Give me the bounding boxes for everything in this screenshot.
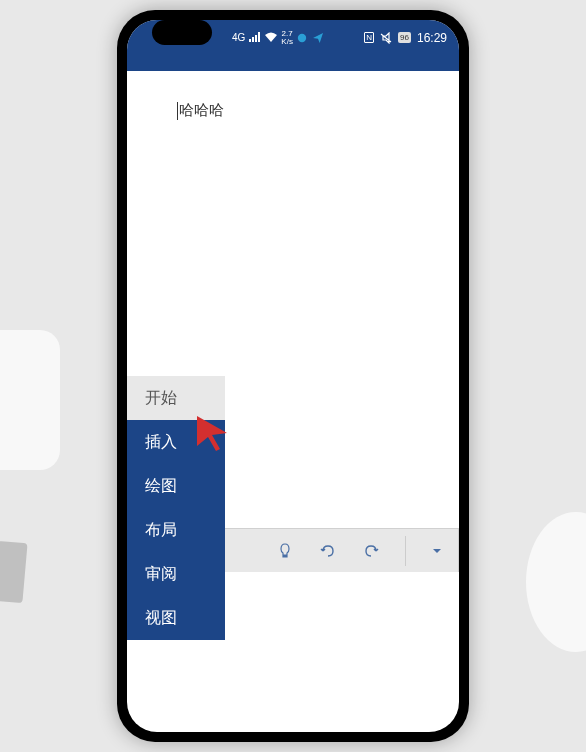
menu-label: 视图 (145, 608, 177, 629)
nfc-icon: N (364, 32, 374, 43)
wifi-icon (265, 32, 277, 44)
phone-frame: 4G 2.7 K/s N (117, 10, 469, 742)
data-speed: 2.7 K/s (281, 30, 293, 46)
document-text[interactable]: 哈哈哈 (179, 101, 224, 118)
menu-label: 布局 (145, 520, 177, 541)
clock-time: 16:29 (417, 31, 447, 45)
undo-icon[interactable] (319, 542, 337, 560)
menu-label: 插入 (145, 432, 177, 453)
menu-label: 绘图 (145, 476, 177, 497)
location-icon (297, 32, 309, 44)
cursor-pointer-icon (192, 411, 232, 455)
lightbulb-icon[interactable] (276, 542, 294, 560)
menu-label: 开始 (145, 388, 177, 409)
separator (405, 536, 406, 566)
bg-decoration (526, 512, 586, 652)
signal-icon (249, 32, 261, 44)
chevron-down-icon[interactable] (431, 545, 443, 557)
send-icon (313, 32, 325, 44)
menu-item-view[interactable]: 视图 (127, 596, 225, 640)
redo-icon[interactable] (362, 542, 380, 560)
signal-type: 4G (232, 32, 245, 43)
battery-indicator: 96 (398, 32, 411, 43)
bottom-toolbar (225, 528, 459, 572)
battery-level: 96 (398, 32, 411, 43)
bg-decoration (0, 541, 28, 603)
mute-icon (380, 32, 392, 44)
app-bar (127, 55, 459, 71)
menu-item-draw[interactable]: 绘图 (127, 464, 225, 508)
phone-screen: 4G 2.7 K/s N (127, 20, 459, 732)
menu-item-review[interactable]: 审阅 (127, 552, 225, 596)
text-cursor (177, 102, 178, 120)
svg-point-0 (298, 33, 306, 41)
bg-decoration (0, 330, 60, 470)
data-speed-unit: K/s (281, 38, 293, 46)
menu-label: 审阅 (145, 564, 177, 585)
menu-item-layout[interactable]: 布局 (127, 508, 225, 552)
phone-notch (152, 20, 212, 45)
